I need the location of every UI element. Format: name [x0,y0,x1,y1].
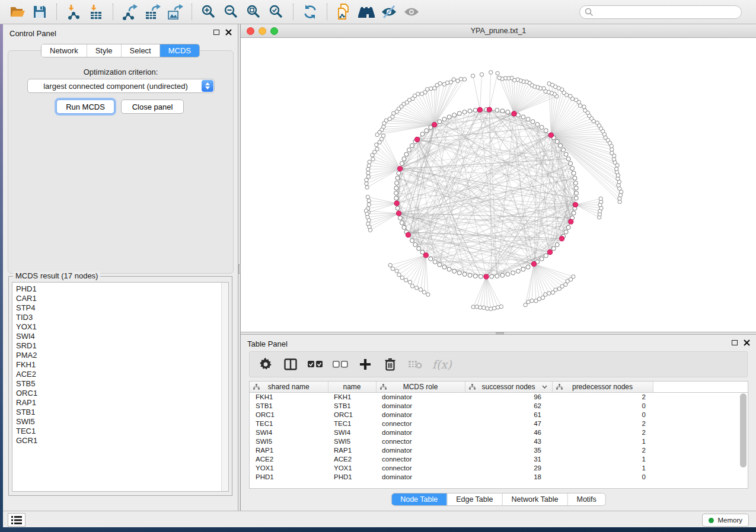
graph-node[interactable] [479,274,483,278]
export-table-button[interactable] [141,2,164,22]
graph-node[interactable] [566,157,570,161]
graph-node[interactable] [457,111,461,116]
graph-node[interactable] [569,94,572,98]
graph-node[interactable] [574,186,578,190]
graph-node[interactable] [391,267,394,270]
mcds-result-item[interactable]: PMA2 [12,351,228,360]
graph-node[interactable] [442,117,446,121]
graph-node[interactable] [432,122,437,127]
graph-node[interactable] [368,160,371,164]
graph-node[interactable] [471,74,474,78]
mcds-result-item[interactable]: GCR1 [12,436,228,446]
mcds-result-item[interactable]: TEC1 [12,427,228,436]
graph-node[interactable] [375,133,379,136]
tab-node-table[interactable]: Node Table [391,493,446,505]
table-row[interactable]: ACE2ACE2connector311 [250,454,748,463]
graph-node[interactable] [438,262,442,267]
select-all-button[interactable] [308,357,323,372]
zoom-fit-button[interactable] [243,2,265,22]
graph-node[interactable] [442,82,446,86]
column-header-mcds-role[interactable]: MCDS role [376,382,465,392]
graph-node[interactable] [367,164,371,167]
graph-node[interactable] [365,178,368,182]
graph-node[interactable] [547,82,551,85]
mcds-result-item[interactable]: YOX1 [12,322,228,332]
graph-node[interactable] [410,143,414,148]
memory-button[interactable]: Memory [702,514,749,527]
graph-node[interactable] [366,167,370,171]
zoom-out-button[interactable] [220,2,243,22]
tab-edge-table[interactable]: Edge Table [446,493,502,505]
mcds-result-item[interactable]: PHD1 [12,284,228,294]
graph-node[interactable] [410,284,414,288]
float-panel-icon[interactable] [213,30,219,35]
graph-node[interactable] [610,151,614,155]
graph-node[interactable] [388,117,391,121]
graph-node[interactable] [570,166,575,171]
graph-node[interactable] [489,70,493,74]
graph-node[interactable] [555,140,559,144]
graph-node[interactable] [544,129,548,133]
graph-node[interactable] [486,307,489,310]
zoom-selected-button[interactable] [265,2,288,22]
graph-node[interactable] [559,143,563,148]
graph-node[interactable] [449,81,452,84]
graph-node[interactable] [402,225,406,229]
graph-node[interactable] [410,239,414,243]
graph-node[interactable] [395,269,398,273]
graph-node[interactable] [468,109,472,113]
graph-node[interactable] [365,182,368,185]
graph-node[interactable] [452,269,457,273]
table-row[interactable]: YOX1YOX1connector291 [250,463,748,472]
graph-node[interactable] [473,274,477,278]
table-scrollbar-thumb[interactable] [740,393,747,467]
graph-node[interactable] [366,175,370,178]
graph-node[interactable] [487,107,492,112]
add-entry-button[interactable] [358,357,373,372]
graph-node[interactable] [575,191,579,196]
table-row[interactable]: FKH1FKH1dominator962 [250,392,748,401]
apply-layout-button[interactable] [299,2,321,22]
function-builder-button[interactable]: f(x) [432,357,452,372]
tab-motifs[interactable]: Motifs [567,493,605,505]
close-panel-icon[interactable] [225,29,232,36]
column-settings-button[interactable] [258,357,273,372]
graph-node[interactable] [496,306,499,309]
mcds-list-scrollbar[interactable] [221,283,228,491]
graph-node[interactable] [468,273,472,277]
graph-node[interactable] [564,230,568,234]
graph-node[interactable] [382,121,386,125]
tab-network[interactable]: Network [42,44,87,57]
column-header-predecessor-nodes[interactable]: predecessor nodes [552,382,653,392]
graph-node[interactable] [480,73,483,76]
import-network-button[interactable] [62,2,85,22]
graph-node[interactable] [404,278,407,282]
tab-select[interactable]: Select [121,44,160,57]
network-window-titlebar[interactable]: YPA_prune.txt_1 [241,24,756,38]
graph-node[interactable] [457,271,461,275]
graph-node[interactable] [516,269,520,273]
graph-node[interactable] [500,109,505,113]
graph-node[interactable] [425,129,429,133]
graph-node[interactable] [583,108,587,112]
graph-node[interactable] [367,219,371,222]
graph-node[interactable] [415,137,420,142]
graph-node[interactable] [368,228,372,232]
graph-node[interactable] [407,148,411,152]
mcds-result-item[interactable]: SWI5 [12,417,228,427]
mcds-result-item[interactable]: STP4 [12,303,228,313]
graph-node[interactable] [367,203,371,206]
graph-node[interactable] [447,267,451,271]
graph-node[interactable] [420,132,425,136]
graph-node[interactable] [562,148,566,152]
graph-node[interactable] [394,196,398,200]
graph-node[interactable] [569,162,573,166]
task-history-button[interactable] [8,513,25,527]
graph-node[interactable] [496,72,499,75]
close-panel-icon[interactable] [744,339,750,346]
mcds-result-item[interactable]: FKH1 [12,360,228,370]
graph-node[interactable] [400,221,404,225]
open-file-button[interactable] [6,2,28,22]
graph-node[interactable] [388,263,392,267]
graph-node[interactable] [484,274,489,279]
